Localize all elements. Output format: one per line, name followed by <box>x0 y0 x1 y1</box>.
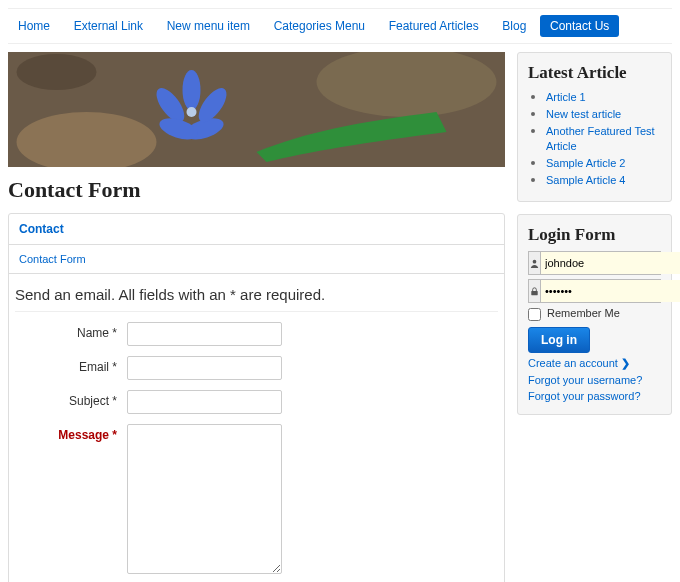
user-icon <box>529 252 541 274</box>
top-nav: Home External Link New menu item Categor… <box>8 8 672 44</box>
latest-article-link[interactable]: Sample Article 4 <box>546 174 625 186</box>
latest-article-link[interactable]: New test article <box>546 108 621 120</box>
nav-contact-us[interactable]: Contact Us <box>540 15 619 37</box>
page-title: Contact Form <box>8 177 505 203</box>
remember-me-label: Remember Me <box>547 307 620 319</box>
message-field[interactable] <box>127 424 282 574</box>
login-form-box: Login Form Remember Me <box>517 214 672 415</box>
contact-panel: Contact Contact Form Send an email. All … <box>8 213 505 582</box>
chevron-right-icon: ❯ <box>621 357 630 369</box>
create-account-link[interactable]: Create an account ❯ <box>528 357 661 370</box>
email-field[interactable] <box>127 356 282 380</box>
svg-point-9 <box>17 54 97 90</box>
latest-article-heading: Latest Article <box>528 63 661 83</box>
login-button[interactable]: Log in <box>528 327 590 353</box>
latest-article-link[interactable]: Sample Article 2 <box>546 157 625 169</box>
subject-field[interactable] <box>127 390 282 414</box>
hero-image <box>8 52 505 167</box>
name-field[interactable] <box>127 322 282 346</box>
latest-article-box: Latest Article Article 1 New test articl… <box>517 52 672 202</box>
forgot-password-link[interactable]: Forgot your password? <box>528 390 661 402</box>
lock-icon <box>529 280 541 302</box>
login-form-heading: Login Form <box>528 225 661 245</box>
nav-featured-articles[interactable]: Featured Articles <box>379 15 489 37</box>
tab-contact[interactable]: Contact <box>9 214 504 245</box>
svg-point-10 <box>533 259 537 263</box>
nav-blog[interactable]: Blog <box>492 15 536 37</box>
message-label: Message * <box>15 424 127 442</box>
latest-article-link[interactable]: Article 1 <box>546 91 586 103</box>
remember-me-checkbox[interactable] <box>528 308 541 321</box>
svg-rect-11 <box>531 291 537 295</box>
nav-external-link[interactable]: External Link <box>64 15 153 37</box>
name-label: Name * <box>15 322 127 340</box>
tab-contact-form[interactable]: Contact Form <box>9 245 504 274</box>
email-label: Email * <box>15 356 127 374</box>
subject-label: Subject * <box>15 390 127 408</box>
nav-categories-menu[interactable]: Categories Menu <box>264 15 375 37</box>
svg-point-8 <box>187 107 197 117</box>
latest-article-link[interactable]: Another Featured Test Article <box>546 125 655 152</box>
nav-new-menu-item[interactable]: New menu item <box>157 15 260 37</box>
svg-point-3 <box>183 70 201 110</box>
nav-home[interactable]: Home <box>8 15 60 37</box>
form-legend: Send an email. All fields with an * are … <box>15 284 498 312</box>
username-field[interactable] <box>541 252 680 274</box>
forgot-username-link[interactable]: Forgot your username? <box>528 374 661 386</box>
password-field[interactable] <box>541 280 680 302</box>
